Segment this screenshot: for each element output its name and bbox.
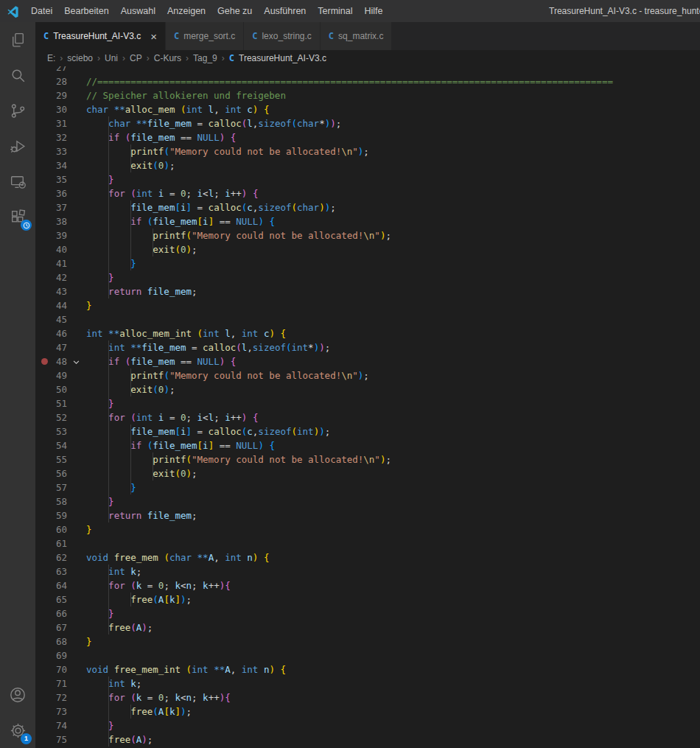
code-text[interactable]: int **alloc_mem_int (int l, int c) { <box>86 326 700 340</box>
code-line[interactable]: 29// Speicher allokieren und freigeben <box>35 88 700 102</box>
line-number-gutter[interactable]: 30 <box>35 102 67 116</box>
code-text[interactable]: return file_mem; <box>86 508 700 522</box>
code-line[interactable]: 66 } <box>35 607 700 621</box>
code-line[interactable]: 31 char **file_mem = calloc(l,sizeof(cha… <box>35 116 700 130</box>
code-text[interactable]: exit(0); <box>86 158 700 172</box>
line-number-gutter[interactable]: 45 <box>35 312 67 326</box>
menu-item-bearbeiten[interactable]: Bearbeiten <box>58 0 114 22</box>
code-text[interactable] <box>86 649 700 663</box>
code-line[interactable]: 35 } <box>35 172 700 186</box>
breadcrumb-item[interactable]: E: <box>47 53 55 63</box>
tab-TreasureHunt_AI-V3.c[interactable]: CTreasureHunt_AI-V3.c× <box>35 22 166 50</box>
line-number-gutter[interactable]: 44 <box>35 298 67 312</box>
line-number-gutter[interactable]: 72 <box>35 691 67 705</box>
code-text[interactable]: } <box>86 607 700 621</box>
line-number-gutter[interactable]: 66 <box>35 607 67 621</box>
code-line[interactable]: 59 return file_mem; <box>35 508 700 522</box>
code-line[interactable]: 64 for (k = 0; k<n; k++){ <box>35 579 700 593</box>
line-number-gutter[interactable]: 63 <box>35 565 67 579</box>
code-line[interactable]: 53 file_mem[i] = calloc(c,sizeof(int)); <box>35 424 700 438</box>
code-line[interactable]: 58 } <box>35 494 700 508</box>
code-line[interactable]: 40 exit(0); <box>35 242 700 256</box>
code-line[interactable]: 41 } <box>35 256 700 270</box>
line-number-gutter[interactable]: 42 <box>35 270 67 284</box>
line-number-gutter[interactable]: 38 <box>35 214 67 228</box>
line-number-gutter[interactable]: 46 <box>35 326 67 340</box>
line-number-gutter[interactable]: 48 <box>35 354 67 368</box>
code-line[interactable]: 46int **alloc_mem_int (int l, int c) { <box>35 326 700 340</box>
run-debug-icon[interactable] <box>0 128 35 164</box>
code-line[interactable]: 51 } <box>35 396 700 410</box>
line-number-gutter[interactable]: 58 <box>35 494 67 508</box>
line-number-gutter[interactable]: 73 <box>35 705 67 719</box>
tab-sq_matrix.c[interactable]: Csq_matrix.c <box>321 22 393 50</box>
code-line[interactable]: 32 if (file_mem == NULL) { <box>35 130 700 144</box>
code-text[interactable]: if (file_mem == NULL) { <box>86 354 700 368</box>
line-number-gutter[interactable]: 71 <box>35 677 67 691</box>
line-number-gutter[interactable]: 75 <box>35 733 67 747</box>
menu-item-anzeigen[interactable]: Anzeigen <box>161 0 211 22</box>
code-text[interactable]: } <box>86 172 700 186</box>
menu-item-auswahl[interactable]: Auswahl <box>115 0 161 22</box>
code-line[interactable]: 34 exit(0); <box>35 158 700 172</box>
menu-item-ausführen[interactable]: Ausführen <box>258 0 312 22</box>
code-text[interactable]: if (file_mem[i] == NULL) { <box>86 214 700 228</box>
menu-item-terminal[interactable]: Terminal <box>312 0 358 22</box>
code-text[interactable]: } <box>86 635 700 649</box>
code-line[interactable]: 56 exit(0); <box>35 466 700 480</box>
code-text[interactable]: void free_mem (char **A, int n) { <box>86 550 700 565</box>
line-number-gutter[interactable]: 33 <box>35 144 67 158</box>
breakpoint-icon[interactable] <box>41 358 48 365</box>
line-number-gutter[interactable]: 59 <box>35 508 67 522</box>
close-icon[interactable]: × <box>150 31 157 42</box>
line-number-gutter[interactable]: 67 <box>35 621 67 635</box>
line-number-gutter[interactable]: 55 <box>35 452 67 466</box>
line-number-gutter[interactable]: 27 <box>35 66 67 74</box>
code-text[interactable]: free(A[k]); <box>86 705 700 719</box>
line-number-gutter[interactable]: 34 <box>35 158 67 172</box>
code-line[interactable]: 65 free(A[k]); <box>35 593 700 607</box>
code-line[interactable]: 37 file_mem[i] = calloc(c,sizeof(char)); <box>35 200 700 214</box>
code-text[interactable]: for (k = 0; k<n; k++){ <box>86 579 700 593</box>
code-line[interactable]: 54 if (file_mem[i] == NULL) { <box>35 438 700 452</box>
code-line[interactable]: 73 free(A[k]); <box>35 705 700 719</box>
code-text[interactable]: char **file_mem = calloc(l,sizeof(char*)… <box>86 116 700 130</box>
line-number-gutter[interactable]: 53 <box>35 424 67 438</box>
code-line[interactable]: 62void free_mem (char **A, int n) { <box>35 550 700 565</box>
code-text[interactable]: file_mem[i] = calloc(c,sizeof(char)); <box>86 200 700 214</box>
line-number-gutter[interactable]: 68 <box>35 635 67 649</box>
line-number-gutter[interactable]: 52 <box>35 410 67 424</box>
line-number-gutter[interactable]: 65 <box>35 593 67 607</box>
code-line[interactable]: 70void free_mem_int (int **A, int n) { <box>35 663 700 677</box>
code-text[interactable]: file_mem[i] = calloc(c,sizeof(int)); <box>86 424 700 438</box>
code-text[interactable]: printf("Memory could not be allocated!\n… <box>86 452 700 466</box>
code-line[interactable]: 69 <box>35 649 700 663</box>
code-line[interactable]: 75 free(A); <box>35 733 700 747</box>
line-number-gutter[interactable]: 60 <box>35 522 67 536</box>
breadcrumb-item[interactable]: CP <box>130 53 142 63</box>
code-text[interactable]: free(A[k]); <box>86 593 700 607</box>
code-text[interactable] <box>86 312 700 326</box>
code-line[interactable]: 39 printf("Memory could not be allocated… <box>35 228 700 242</box>
code-text[interactable]: exit(0); <box>86 242 700 256</box>
code-line[interactable]: 60} <box>35 522 700 536</box>
code-text[interactable]: if (file_mem[i] == NULL) { <box>86 438 700 452</box>
breadcrumb-item[interactable]: Uni <box>105 53 118 63</box>
code-line[interactable]: 57 } <box>35 480 700 494</box>
line-number-gutter[interactable]: 62 <box>35 550 67 565</box>
code-text[interactable]: } <box>86 396 700 410</box>
line-number-gutter[interactable]: 31 <box>35 116 67 130</box>
line-number-gutter[interactable]: 43 <box>35 284 67 298</box>
code-line[interactable]: 42 } <box>35 270 700 284</box>
code-line[interactable]: 71 int k; <box>35 677 700 691</box>
code-text[interactable]: free(A); <box>86 621 700 635</box>
line-number-gutter[interactable]: 39 <box>35 228 67 242</box>
line-number-gutter[interactable]: 57 <box>35 480 67 494</box>
code-text[interactable] <box>86 536 700 550</box>
code-line[interactable]: 49 printf("Memory could not be allocated… <box>35 368 700 382</box>
line-number-gutter[interactable]: 50 <box>35 382 67 396</box>
search-icon[interactable] <box>0 57 35 93</box>
code-text[interactable]: for (k = 0; k<n; k++){ <box>86 691 700 705</box>
line-number-gutter[interactable]: 70 <box>35 663 67 677</box>
tab-merge_sort.c[interactable]: Cmerge_sort.c <box>166 22 244 50</box>
